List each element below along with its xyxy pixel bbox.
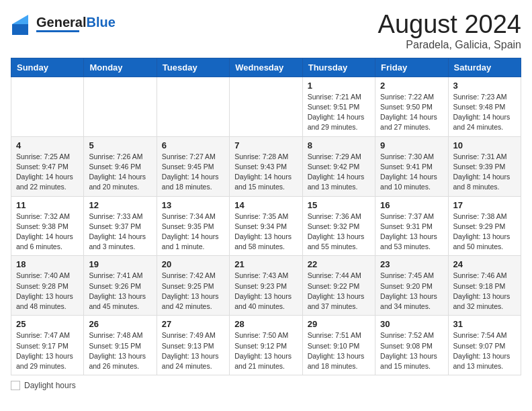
calendar-day-cell: 4Sunrise: 7:25 AMSunset: 9:47 PMDaylight… xyxy=(11,136,84,196)
calendar-day-cell: 22Sunrise: 7:44 AMSunset: 9:22 PMDayligh… xyxy=(302,256,375,316)
calendar-day-cell: 6Sunrise: 7:27 AMSunset: 9:45 PMDaylight… xyxy=(157,136,229,196)
footer-label: Daylight hours xyxy=(24,381,76,390)
calendar-week-row: 25Sunrise: 7:47 AMSunset: 9:17 PMDayligh… xyxy=(11,316,521,375)
day-number: 26 xyxy=(89,319,151,329)
location: Paradela, Galicia, Spain xyxy=(378,39,521,51)
day-number: 3 xyxy=(453,81,516,91)
calendar-day-cell: 10Sunrise: 7:31 AMSunset: 9:39 PMDayligh… xyxy=(448,136,521,196)
calendar-day-cell: 16Sunrise: 7:37 AMSunset: 9:31 PMDayligh… xyxy=(375,196,448,256)
calendar-day-cell: 30Sunrise: 7:52 AMSunset: 9:08 PMDayligh… xyxy=(375,316,448,375)
calendar-day-cell: 24Sunrise: 7:46 AMSunset: 9:18 PMDayligh… xyxy=(448,256,521,316)
calendar-day-cell xyxy=(157,77,229,136)
calendar-day-cell: 28Sunrise: 7:50 AMSunset: 9:12 PMDayligh… xyxy=(230,316,302,375)
day-number: 27 xyxy=(162,319,224,329)
day-info: Sunrise: 7:41 AMSunset: 9:26 PMDaylight:… xyxy=(89,271,151,312)
day-info: Sunrise: 7:34 AMSunset: 9:35 PMDaylight:… xyxy=(162,212,224,253)
day-number: 14 xyxy=(234,200,297,210)
calendar-day-cell: 26Sunrise: 7:48 AMSunset: 9:15 PMDayligh… xyxy=(84,316,157,375)
calendar-day-header: Tuesday xyxy=(157,58,229,77)
month-year: August 2024 xyxy=(378,11,521,39)
day-info: Sunrise: 7:27 AMSunset: 9:45 PMDaylight:… xyxy=(162,152,224,193)
calendar-day-cell xyxy=(11,77,84,136)
calendar-day-header: Wednesday xyxy=(230,58,302,77)
day-number: 31 xyxy=(453,319,516,329)
calendar-day-cell: 15Sunrise: 7:36 AMSunset: 9:32 PMDayligh… xyxy=(302,196,375,256)
calendar-day-cell: 21Sunrise: 7:43 AMSunset: 9:23 PMDayligh… xyxy=(230,256,302,316)
day-info: Sunrise: 7:33 AMSunset: 9:37 PMDaylight:… xyxy=(89,212,151,253)
day-info: Sunrise: 7:32 AMSunset: 9:38 PMDaylight:… xyxy=(16,212,79,253)
calendar-day-header: Sunday xyxy=(11,58,84,77)
day-number: 17 xyxy=(453,200,516,210)
logo-icon xyxy=(11,11,36,36)
day-number: 16 xyxy=(380,200,443,210)
calendar-day-cell: 27Sunrise: 7:49 AMSunset: 9:13 PMDayligh… xyxy=(157,316,229,375)
day-number: 24 xyxy=(453,259,516,269)
day-number: 11 xyxy=(16,200,79,210)
page-header: GeneralBlue August 2024 Paradela, Galici… xyxy=(11,11,521,51)
day-info: Sunrise: 7:31 AMSunset: 9:39 PMDaylight:… xyxy=(453,152,516,193)
logo-general: General xyxy=(36,15,86,30)
calendar-day-cell: 11Sunrise: 7:32 AMSunset: 9:38 PMDayligh… xyxy=(11,196,84,256)
svg-rect-1 xyxy=(12,24,28,35)
day-info: Sunrise: 7:25 AMSunset: 9:47 PMDaylight:… xyxy=(16,152,79,193)
day-number: 18 xyxy=(16,259,79,269)
day-info: Sunrise: 7:49 AMSunset: 9:13 PMDaylight:… xyxy=(162,330,224,371)
day-number: 5 xyxy=(89,140,151,150)
day-number: 6 xyxy=(162,140,224,150)
day-info: Sunrise: 7:45 AMSunset: 9:20 PMDaylight:… xyxy=(380,271,443,312)
calendar-day-cell: 14Sunrise: 7:35 AMSunset: 9:34 PMDayligh… xyxy=(230,196,302,256)
day-info: Sunrise: 7:22 AMSunset: 9:50 PMDaylight:… xyxy=(380,92,443,133)
calendar-day-header: Saturday xyxy=(448,58,521,77)
calendar-week-row: 4Sunrise: 7:25 AMSunset: 9:47 PMDaylight… xyxy=(11,136,521,196)
day-info: Sunrise: 7:40 AMSunset: 9:28 PMDaylight:… xyxy=(16,271,79,312)
day-number: 21 xyxy=(234,259,297,269)
logo-blue: Blue xyxy=(86,15,115,30)
day-info: Sunrise: 7:35 AMSunset: 9:34 PMDaylight:… xyxy=(234,212,297,253)
calendar-day-cell: 29Sunrise: 7:51 AMSunset: 9:10 PMDayligh… xyxy=(302,316,375,375)
calendar-day-header: Monday xyxy=(84,58,157,77)
calendar-day-cell xyxy=(84,77,157,136)
calendar-day-cell: 5Sunrise: 7:26 AMSunset: 9:46 PMDaylight… xyxy=(84,136,157,196)
day-info: Sunrise: 7:29 AMSunset: 9:42 PMDaylight:… xyxy=(308,152,370,193)
day-number: 12 xyxy=(89,200,151,210)
calendar-day-cell: 8Sunrise: 7:29 AMSunset: 9:42 PMDaylight… xyxy=(302,136,375,196)
calendar-week-row: 1Sunrise: 7:21 AMSunset: 9:51 PMDaylight… xyxy=(11,77,521,136)
day-number: 13 xyxy=(162,200,224,210)
calendar-day-cell: 19Sunrise: 7:41 AMSunset: 9:26 PMDayligh… xyxy=(84,256,157,316)
calendar-day-cell: 17Sunrise: 7:38 AMSunset: 9:29 PMDayligh… xyxy=(448,196,521,256)
day-info: Sunrise: 7:43 AMSunset: 9:23 PMDaylight:… xyxy=(234,271,297,312)
logo: GeneralBlue xyxy=(11,11,116,36)
day-number: 9 xyxy=(380,140,443,150)
day-info: Sunrise: 7:23 AMSunset: 9:48 PMDaylight:… xyxy=(453,92,516,133)
day-number: 29 xyxy=(308,319,370,329)
day-info: Sunrise: 7:28 AMSunset: 9:43 PMDaylight:… xyxy=(234,152,297,193)
day-info: Sunrise: 7:37 AMSunset: 9:31 PMDaylight:… xyxy=(380,212,443,253)
calendar-week-row: 11Sunrise: 7:32 AMSunset: 9:38 PMDayligh… xyxy=(11,196,521,256)
day-number: 30 xyxy=(380,319,443,329)
calendar-week-row: 18Sunrise: 7:40 AMSunset: 9:28 PMDayligh… xyxy=(11,256,521,316)
day-info: Sunrise: 7:54 AMSunset: 9:07 PMDaylight:… xyxy=(453,330,516,371)
day-number: 19 xyxy=(89,259,151,269)
calendar-day-cell: 25Sunrise: 7:47 AMSunset: 9:17 PMDayligh… xyxy=(11,316,84,375)
day-number: 1 xyxy=(308,81,370,91)
calendar-day-header: Thursday xyxy=(302,58,375,77)
day-number: 23 xyxy=(380,259,443,269)
day-number: 4 xyxy=(16,140,79,150)
calendar-day-cell: 12Sunrise: 7:33 AMSunset: 9:37 PMDayligh… xyxy=(84,196,157,256)
calendar-day-cell: 18Sunrise: 7:40 AMSunset: 9:28 PMDayligh… xyxy=(11,256,84,316)
calendar-day-cell: 9Sunrise: 7:30 AMSunset: 9:41 PMDaylight… xyxy=(375,136,448,196)
day-info: Sunrise: 7:47 AMSunset: 9:17 PMDaylight:… xyxy=(16,330,79,371)
day-number: 7 xyxy=(234,140,297,150)
day-number: 15 xyxy=(308,200,370,210)
calendar-table: SundayMondayTuesdayWednesdayThursdayFrid… xyxy=(11,58,521,375)
day-info: Sunrise: 7:51 AMSunset: 9:10 PMDaylight:… xyxy=(308,330,370,371)
day-number: 20 xyxy=(162,259,224,269)
calendar-day-header: Friday xyxy=(375,58,448,77)
day-info: Sunrise: 7:52 AMSunset: 9:08 PMDaylight:… xyxy=(380,330,443,371)
calendar-day-cell: 23Sunrise: 7:45 AMSunset: 9:20 PMDayligh… xyxy=(375,256,448,316)
day-info: Sunrise: 7:38 AMSunset: 9:29 PMDaylight:… xyxy=(453,212,516,253)
footer: Daylight hours xyxy=(11,381,521,390)
calendar-day-cell: 13Sunrise: 7:34 AMSunset: 9:35 PMDayligh… xyxy=(157,196,229,256)
title-section: August 2024 Paradela, Galicia, Spain xyxy=(378,11,521,51)
day-number: 8 xyxy=(308,140,370,150)
